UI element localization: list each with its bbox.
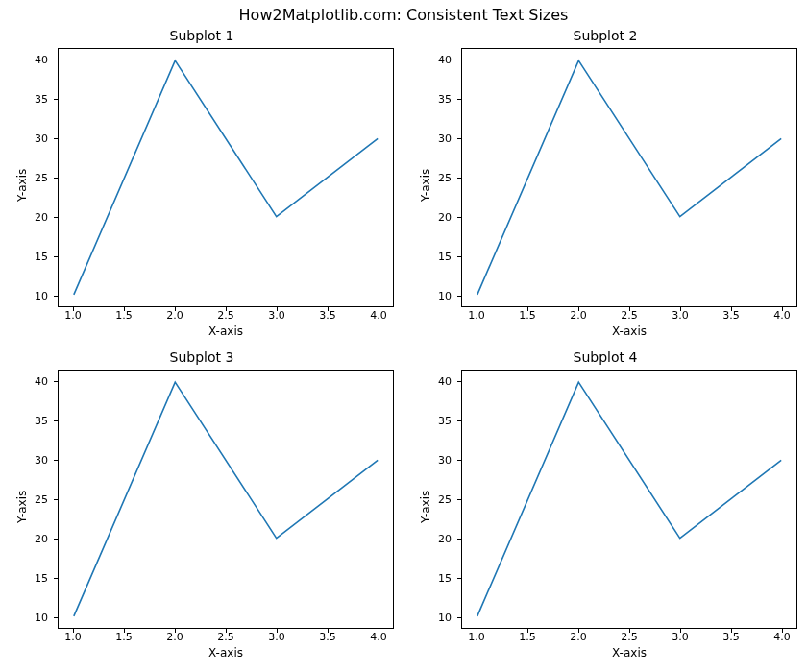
line-series — [74, 382, 378, 616]
subplot-grid: Subplot 1 Y-axis 10152025303540 1.01.52.… — [0, 29, 807, 672]
ytick-mark — [457, 617, 461, 618]
ytick-label: 30 — [35, 454, 48, 467]
subplot-4: Subplot 4 Y-axis 10152025303540 1.01.52.… — [404, 350, 807, 672]
figure-suptitle: How2Matplotlib.com: Consistent Text Size… — [0, 6, 807, 24]
ytick-label: 25 — [438, 493, 452, 506]
ytick-label: 20 — [438, 210, 452, 223]
subplot-4-title: Subplot 4 — [404, 349, 807, 365]
ytick-mark — [54, 296, 58, 297]
ytick-label: 35 — [35, 93, 48, 106]
ytick-mark — [54, 460, 58, 461]
subplot-2-axes — [461, 48, 797, 307]
xtick-mark — [477, 629, 477, 633]
subplot-1-title: Subplot 1 — [0, 28, 404, 43]
subplot-4-yticks: 10152025303540 — [404, 370, 457, 629]
xtick-mark — [226, 307, 227, 311]
xtick-mark — [629, 307, 630, 311]
ytick-mark — [457, 420, 461, 421]
ytick-mark — [54, 217, 58, 218]
ytick-label: 35 — [438, 415, 452, 427]
xtick-mark — [527, 307, 528, 311]
ytick-mark — [457, 138, 461, 139]
ytick-mark — [457, 499, 461, 500]
xtick-mark — [277, 629, 278, 633]
subplot-1-yticks: 10152025303540 — [0, 48, 54, 307]
ytick-mark — [457, 539, 461, 540]
xtick-mark — [277, 307, 278, 311]
line-series — [477, 382, 781, 616]
subplot-3-line — [59, 371, 393, 628]
ytick-label: 35 — [438, 93, 452, 106]
figure: How2Matplotlib.com: Consistent Text Size… — [0, 0, 807, 672]
ytick-label: 30 — [35, 132, 48, 145]
xtick-mark — [73, 629, 74, 633]
xtick-mark — [527, 629, 528, 633]
line-series — [74, 60, 378, 295]
ytick-label: 15 — [35, 250, 48, 262]
ytick-mark — [457, 99, 461, 100]
subplot-2-xticks: 1.01.52.02.53.03.54.0 — [461, 309, 797, 323]
ytick-mark — [54, 138, 58, 139]
xtick-mark — [731, 307, 732, 311]
subplot-3-title: Subplot 3 — [0, 349, 404, 365]
ytick-label: 40 — [438, 54, 452, 66]
ytick-label: 10 — [438, 289, 452, 301]
ytick-label: 40 — [438, 375, 452, 388]
ytick-label: 40 — [35, 54, 48, 66]
ytick-label: 35 — [35, 415, 48, 427]
ytick-mark — [54, 578, 58, 579]
ytick-mark — [54, 617, 58, 618]
ytick-mark — [54, 381, 58, 382]
subplot-4-axes — [461, 370, 797, 629]
subplot-3-xlabel: X-axis — [58, 646, 394, 660]
ytick-mark — [457, 296, 461, 297]
ytick-label: 15 — [438, 250, 452, 262]
xtick-mark — [578, 307, 579, 311]
xtick-mark — [73, 307, 74, 311]
xtick-mark — [328, 629, 329, 633]
subplot-4-xticks: 1.01.52.02.53.03.54.0 — [461, 631, 797, 644]
ytick-mark — [54, 256, 58, 257]
ytick-mark — [457, 578, 461, 579]
xtick-mark — [629, 629, 630, 633]
ytick-mark — [54, 60, 58, 60]
subplot-1-axes — [58, 48, 394, 307]
ytick-label: 25 — [35, 493, 48, 506]
xtick-mark — [477, 307, 477, 311]
xtick-mark — [379, 629, 379, 633]
ytick-label: 15 — [438, 571, 452, 584]
xtick-mark — [124, 629, 125, 633]
ytick-label: 20 — [438, 532, 452, 544]
subplot-1-xlabel: X-axis — [58, 324, 394, 338]
ytick-label: 25 — [35, 172, 48, 184]
subplot-2-yticks: 10152025303540 — [404, 48, 457, 307]
ytick-label: 40 — [35, 375, 48, 388]
xtick-mark — [782, 307, 783, 311]
subplot-4-xlabel: X-axis — [461, 646, 797, 660]
ytick-label: 10 — [35, 611, 48, 623]
line-series — [477, 60, 781, 295]
ytick-mark — [457, 256, 461, 257]
ytick-label: 20 — [35, 210, 48, 223]
xtick-mark — [328, 307, 329, 311]
ytick-mark — [54, 499, 58, 500]
subplot-2-line — [462, 49, 796, 306]
subplot-4-line — [462, 371, 796, 628]
xtick-mark — [175, 307, 176, 311]
xtick-mark — [226, 629, 227, 633]
ytick-mark — [457, 460, 461, 461]
subplot-2-title: Subplot 2 — [404, 28, 807, 43]
ytick-mark — [457, 60, 461, 60]
ytick-mark — [54, 539, 58, 540]
xtick-mark — [782, 629, 783, 633]
xtick-mark — [680, 307, 681, 311]
ytick-label: 30 — [438, 454, 452, 467]
xtick-mark — [731, 629, 732, 633]
ytick-mark — [54, 420, 58, 421]
subplot-3-yticks: 10152025303540 — [0, 370, 54, 629]
ytick-label: 10 — [438, 611, 452, 623]
subplot-2-xlabel: X-axis — [461, 324, 797, 338]
subplot-3-xticks: 1.01.52.02.53.03.54.0 — [58, 631, 394, 644]
xtick-mark — [175, 629, 176, 633]
ytick-label: 30 — [438, 132, 452, 145]
